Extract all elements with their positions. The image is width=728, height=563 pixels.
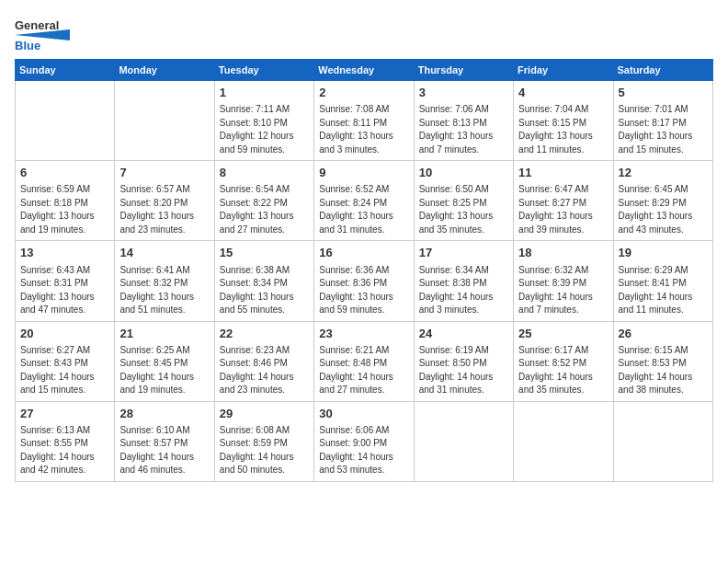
weekday-header-thursday: Thursday [414,60,513,81]
day-number: 7 [119,165,209,181]
day-number: 15 [220,245,309,261]
calendar-cell: 24Sunrise: 6:19 AMSunset: 8:50 PMDayligh… [414,321,513,401]
day-number: 24 [419,326,508,342]
day-info: Sunrise: 6:43 AMSunset: 8:31 PMDaylight:… [20,264,109,317]
day-number: 6 [20,165,109,181]
day-number: 3 [419,85,508,101]
calendar-cell: 5Sunrise: 7:01 AMSunset: 8:17 PMDaylight… [613,81,712,161]
calendar-cell: 8Sunrise: 6:54 AMSunset: 8:22 PMDaylight… [214,161,313,241]
calendar-cell: 22Sunrise: 6:23 AMSunset: 8:46 PMDayligh… [214,321,313,401]
day-info: Sunrise: 6:47 AMSunset: 8:27 PMDaylight:… [518,183,608,236]
weekday-header-sunday: Sunday [16,60,115,81]
calendar-cell: 29Sunrise: 6:08 AMSunset: 8:59 PMDayligh… [214,401,313,481]
day-number: 22 [220,326,309,342]
day-number: 11 [518,165,608,181]
day-number: 23 [319,326,408,342]
calendar-cell: 4Sunrise: 7:04 AMSunset: 8:15 PMDaylight… [514,81,613,161]
day-number: 8 [220,165,309,181]
calendar-cell [613,401,712,481]
calendar-cell: 23Sunrise: 6:21 AMSunset: 8:48 PMDayligh… [314,321,414,401]
calendar-cell [514,401,613,481]
svg-text:Blue: Blue [15,39,40,52]
calendar-cell: 10Sunrise: 6:50 AMSunset: 8:25 PMDayligh… [414,161,513,241]
day-number: 28 [119,406,209,422]
calendar-cell: 27Sunrise: 6:13 AMSunset: 8:55 PMDayligh… [16,401,115,481]
calendar-cell: 20Sunrise: 6:27 AMSunset: 8:43 PMDayligh… [16,321,115,401]
calendar-cell: 13Sunrise: 6:43 AMSunset: 8:31 PMDayligh… [16,241,115,321]
calendar-cell: 26Sunrise: 6:15 AMSunset: 8:53 PMDayligh… [613,321,712,401]
day-info: Sunrise: 6:52 AMSunset: 8:24 PMDaylight:… [319,183,408,236]
day-info: Sunrise: 6:17 AMSunset: 8:52 PMDaylight:… [518,344,608,397]
day-number: 18 [518,245,608,261]
day-info: Sunrise: 6:54 AMSunset: 8:22 PMDaylight:… [220,183,309,236]
day-info: Sunrise: 7:08 AMSunset: 8:11 PMDaylight:… [319,103,408,156]
day-info: Sunrise: 6:27 AMSunset: 8:43 PMDaylight:… [20,344,109,397]
day-info: Sunrise: 6:06 AMSunset: 9:00 PMDaylight:… [319,424,408,477]
calendar-cell: 7Sunrise: 6:57 AMSunset: 8:20 PMDaylight… [115,161,214,241]
day-number: 10 [419,165,508,181]
calendar-cell: 1Sunrise: 7:11 AMSunset: 8:10 PMDaylight… [214,81,313,161]
day-info: Sunrise: 6:19 AMSunset: 8:50 PMDaylight:… [419,344,508,397]
weekday-header-monday: Monday [115,60,214,81]
calendar-cell: 12Sunrise: 6:45 AMSunset: 8:29 PMDayligh… [613,161,712,241]
calendar-cell [16,81,115,161]
logo: General Blue [15,15,79,52]
day-number: 5 [619,85,708,101]
day-number: 16 [319,245,408,261]
weekday-header-tuesday: Tuesday [214,60,313,81]
svg-text:General: General [15,18,59,32]
day-number: 13 [20,245,109,261]
day-info: Sunrise: 7:04 AMSunset: 8:15 PMDaylight:… [518,103,608,156]
day-number: 14 [119,245,209,261]
weekday-header-friday: Friday [514,60,613,81]
calendar-cell: 11Sunrise: 6:47 AMSunset: 8:27 PMDayligh… [514,161,613,241]
day-info: Sunrise: 6:08 AMSunset: 8:59 PMDaylight:… [220,424,309,477]
calendar-cell: 15Sunrise: 6:38 AMSunset: 8:34 PMDayligh… [214,241,313,321]
calendar-week-row: 20Sunrise: 6:27 AMSunset: 8:43 PMDayligh… [16,321,713,401]
calendar-week-row: 13Sunrise: 6:43 AMSunset: 8:31 PMDayligh… [16,241,713,321]
day-number: 9 [319,165,408,181]
weekday-header-row: SundayMondayTuesdayWednesdayThursdayFrid… [16,60,713,81]
day-number: 29 [220,406,309,422]
calendar-week-row: 1Sunrise: 7:11 AMSunset: 8:10 PMDaylight… [16,81,713,161]
day-info: Sunrise: 6:10 AMSunset: 8:57 PMDaylight:… [119,424,209,477]
day-info: Sunrise: 6:59 AMSunset: 8:18 PMDaylight:… [20,183,109,236]
day-number: 30 [319,406,408,422]
calendar-cell: 6Sunrise: 6:59 AMSunset: 8:18 PMDaylight… [16,161,115,241]
day-number: 27 [20,406,109,422]
day-info: Sunrise: 6:15 AMSunset: 8:53 PMDaylight:… [619,344,708,397]
weekday-header-saturday: Saturday [613,60,712,81]
day-info: Sunrise: 6:29 AMSunset: 8:41 PMDaylight:… [619,264,708,317]
day-number: 1 [220,85,309,101]
calendar-week-row: 27Sunrise: 6:13 AMSunset: 8:55 PMDayligh… [16,401,713,481]
day-info: Sunrise: 6:57 AMSunset: 8:20 PMDaylight:… [119,183,209,236]
weekday-header-wednesday: Wednesday [314,60,414,81]
day-number: 26 [619,326,708,342]
day-info: Sunrise: 7:06 AMSunset: 8:13 PMDaylight:… [419,103,508,156]
day-info: Sunrise: 7:01 AMSunset: 8:17 PMDaylight:… [619,103,708,156]
day-number: 19 [619,245,708,261]
calendar-cell [414,401,513,481]
day-info: Sunrise: 6:38 AMSunset: 8:34 PMDaylight:… [220,264,309,317]
page-header: General Blue [15,15,713,52]
day-info: Sunrise: 6:13 AMSunset: 8:55 PMDaylight:… [20,424,109,477]
day-info: Sunrise: 6:32 AMSunset: 8:39 PMDaylight:… [518,264,608,317]
calendar-cell: 21Sunrise: 6:25 AMSunset: 8:45 PMDayligh… [115,321,214,401]
day-info: Sunrise: 6:41 AMSunset: 8:32 PMDaylight:… [119,264,209,317]
calendar-cell: 25Sunrise: 6:17 AMSunset: 8:52 PMDayligh… [514,321,613,401]
calendar-cell: 2Sunrise: 7:08 AMSunset: 8:11 PMDaylight… [314,81,414,161]
calendar-cell: 14Sunrise: 6:41 AMSunset: 8:32 PMDayligh… [115,241,214,321]
day-info: Sunrise: 6:25 AMSunset: 8:45 PMDaylight:… [119,344,209,397]
day-info: Sunrise: 6:34 AMSunset: 8:38 PMDaylight:… [419,264,508,317]
calendar-cell: 9Sunrise: 6:52 AMSunset: 8:24 PMDaylight… [314,161,414,241]
calendar-cell [115,81,214,161]
calendar-week-row: 6Sunrise: 6:59 AMSunset: 8:18 PMDaylight… [16,161,713,241]
calendar-cell: 3Sunrise: 7:06 AMSunset: 8:13 PMDaylight… [414,81,513,161]
day-number: 21 [119,326,209,342]
day-number: 25 [518,326,608,342]
day-info: Sunrise: 6:21 AMSunset: 8:48 PMDaylight:… [319,344,408,397]
day-number: 17 [419,245,508,261]
day-info: Sunrise: 6:36 AMSunset: 8:36 PMDaylight:… [319,264,408,317]
day-number: 4 [518,85,608,101]
day-info: Sunrise: 6:45 AMSunset: 8:29 PMDaylight:… [619,183,708,236]
